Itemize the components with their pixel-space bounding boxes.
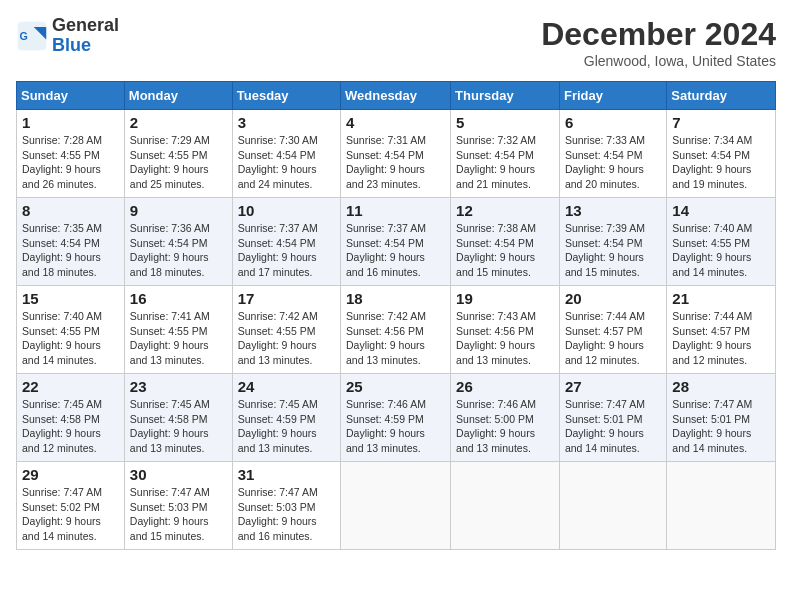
calendar-cell: 20Sunrise: 7:44 AMSunset: 4:57 PMDayligh… [559,286,666,374]
day-number: 6 [565,114,661,131]
calendar-week-row: 22Sunrise: 7:45 AMSunset: 4:58 PMDayligh… [17,374,776,462]
day-number: 23 [130,378,227,395]
svg-text:G: G [20,29,28,41]
calendar-week-row: 29Sunrise: 7:47 AMSunset: 5:02 PMDayligh… [17,462,776,550]
calendar-cell: 10Sunrise: 7:37 AMSunset: 4:54 PMDayligh… [232,198,340,286]
day-info: Sunrise: 7:43 AMSunset: 4:56 PMDaylight:… [456,309,554,368]
calendar-cell: 31Sunrise: 7:47 AMSunset: 5:03 PMDayligh… [232,462,340,550]
day-info: Sunrise: 7:47 AMSunset: 5:02 PMDaylight:… [22,485,119,544]
weekday-tuesday: Tuesday [232,82,340,110]
day-info: Sunrise: 7:47 AMSunset: 5:03 PMDaylight:… [238,485,335,544]
weekday-thursday: Thursday [451,82,560,110]
day-info: Sunrise: 7:30 AMSunset: 4:54 PMDaylight:… [238,133,335,192]
day-number: 4 [346,114,445,131]
month-title: December 2024 [541,16,776,53]
day-number: 25 [346,378,445,395]
title-block: December 2024 Glenwood, Iowa, United Sta… [541,16,776,69]
calendar-cell: 16Sunrise: 7:41 AMSunset: 4:55 PMDayligh… [124,286,232,374]
weekday-monday: Monday [124,82,232,110]
day-info: Sunrise: 7:37 AMSunset: 4:54 PMDaylight:… [238,221,335,280]
logo-general-text: General [52,16,119,36]
weekday-wednesday: Wednesday [341,82,451,110]
calendar-cell: 1Sunrise: 7:28 AMSunset: 4:55 PMDaylight… [17,110,125,198]
calendar-cell: 7Sunrise: 7:34 AMSunset: 4:54 PMDaylight… [667,110,776,198]
day-number: 31 [238,466,335,483]
day-info: Sunrise: 7:33 AMSunset: 4:54 PMDaylight:… [565,133,661,192]
calendar-week-row: 1Sunrise: 7:28 AMSunset: 4:55 PMDaylight… [17,110,776,198]
day-number: 2 [130,114,227,131]
calendar-body: 1Sunrise: 7:28 AMSunset: 4:55 PMDaylight… [17,110,776,550]
calendar-cell: 6Sunrise: 7:33 AMSunset: 4:54 PMDaylight… [559,110,666,198]
logo-icon: G [16,20,48,52]
day-info: Sunrise: 7:42 AMSunset: 4:56 PMDaylight:… [346,309,445,368]
day-info: Sunrise: 7:41 AMSunset: 4:55 PMDaylight:… [130,309,227,368]
day-info: Sunrise: 7:31 AMSunset: 4:54 PMDaylight:… [346,133,445,192]
calendar-cell: 26Sunrise: 7:46 AMSunset: 5:00 PMDayligh… [451,374,560,462]
weekday-header-row: SundayMondayTuesdayWednesdayThursdayFrid… [17,82,776,110]
day-number: 11 [346,202,445,219]
day-number: 9 [130,202,227,219]
calendar-cell: 4Sunrise: 7:31 AMSunset: 4:54 PMDaylight… [341,110,451,198]
day-info: Sunrise: 7:44 AMSunset: 4:57 PMDaylight:… [565,309,661,368]
day-number: 21 [672,290,770,307]
calendar-cell: 22Sunrise: 7:45 AMSunset: 4:58 PMDayligh… [17,374,125,462]
page-header: G General Blue December 2024 Glenwood, I… [16,16,776,69]
day-info: Sunrise: 7:35 AMSunset: 4:54 PMDaylight:… [22,221,119,280]
day-number: 13 [565,202,661,219]
calendar-week-row: 15Sunrise: 7:40 AMSunset: 4:55 PMDayligh… [17,286,776,374]
day-info: Sunrise: 7:47 AMSunset: 5:01 PMDaylight:… [672,397,770,456]
calendar-cell: 29Sunrise: 7:47 AMSunset: 5:02 PMDayligh… [17,462,125,550]
day-number: 17 [238,290,335,307]
calendar-cell: 17Sunrise: 7:42 AMSunset: 4:55 PMDayligh… [232,286,340,374]
calendar-cell: 5Sunrise: 7:32 AMSunset: 4:54 PMDaylight… [451,110,560,198]
day-number: 20 [565,290,661,307]
day-info: Sunrise: 7:46 AMSunset: 4:59 PMDaylight:… [346,397,445,456]
calendar-cell: 28Sunrise: 7:47 AMSunset: 5:01 PMDayligh… [667,374,776,462]
day-info: Sunrise: 7:44 AMSunset: 4:57 PMDaylight:… [672,309,770,368]
calendar-cell: 2Sunrise: 7:29 AMSunset: 4:55 PMDaylight… [124,110,232,198]
calendar-cell: 13Sunrise: 7:39 AMSunset: 4:54 PMDayligh… [559,198,666,286]
calendar-cell: 27Sunrise: 7:47 AMSunset: 5:01 PMDayligh… [559,374,666,462]
day-info: Sunrise: 7:40 AMSunset: 4:55 PMDaylight:… [672,221,770,280]
day-number: 18 [346,290,445,307]
day-number: 28 [672,378,770,395]
day-number: 26 [456,378,554,395]
day-number: 30 [130,466,227,483]
day-number: 29 [22,466,119,483]
day-info: Sunrise: 7:45 AMSunset: 4:58 PMDaylight:… [130,397,227,456]
calendar-table: SundayMondayTuesdayWednesdayThursdayFrid… [16,81,776,550]
day-info: Sunrise: 7:45 AMSunset: 4:59 PMDaylight:… [238,397,335,456]
day-number: 12 [456,202,554,219]
day-number: 22 [22,378,119,395]
calendar-cell: 8Sunrise: 7:35 AMSunset: 4:54 PMDaylight… [17,198,125,286]
day-info: Sunrise: 7:34 AMSunset: 4:54 PMDaylight:… [672,133,770,192]
day-info: Sunrise: 7:40 AMSunset: 4:55 PMDaylight:… [22,309,119,368]
calendar-cell [667,462,776,550]
day-info: Sunrise: 7:32 AMSunset: 4:54 PMDaylight:… [456,133,554,192]
day-info: Sunrise: 7:46 AMSunset: 5:00 PMDaylight:… [456,397,554,456]
calendar-cell: 3Sunrise: 7:30 AMSunset: 4:54 PMDaylight… [232,110,340,198]
day-number: 5 [456,114,554,131]
day-number: 3 [238,114,335,131]
calendar-cell [559,462,666,550]
day-number: 24 [238,378,335,395]
day-info: Sunrise: 7:39 AMSunset: 4:54 PMDaylight:… [565,221,661,280]
day-number: 14 [672,202,770,219]
calendar-cell: 23Sunrise: 7:45 AMSunset: 4:58 PMDayligh… [124,374,232,462]
calendar-cell: 9Sunrise: 7:36 AMSunset: 4:54 PMDaylight… [124,198,232,286]
day-number: 19 [456,290,554,307]
day-number: 27 [565,378,661,395]
calendar-cell: 15Sunrise: 7:40 AMSunset: 4:55 PMDayligh… [17,286,125,374]
calendar-cell: 12Sunrise: 7:38 AMSunset: 4:54 PMDayligh… [451,198,560,286]
day-number: 1 [22,114,119,131]
day-info: Sunrise: 7:29 AMSunset: 4:55 PMDaylight:… [130,133,227,192]
calendar-cell: 11Sunrise: 7:37 AMSunset: 4:54 PMDayligh… [341,198,451,286]
calendar-cell: 25Sunrise: 7:46 AMSunset: 4:59 PMDayligh… [341,374,451,462]
day-info: Sunrise: 7:47 AMSunset: 5:03 PMDaylight:… [130,485,227,544]
calendar-cell: 30Sunrise: 7:47 AMSunset: 5:03 PMDayligh… [124,462,232,550]
day-number: 10 [238,202,335,219]
day-number: 16 [130,290,227,307]
location: Glenwood, Iowa, United States [541,53,776,69]
day-info: Sunrise: 7:36 AMSunset: 4:54 PMDaylight:… [130,221,227,280]
calendar-cell: 24Sunrise: 7:45 AMSunset: 4:59 PMDayligh… [232,374,340,462]
